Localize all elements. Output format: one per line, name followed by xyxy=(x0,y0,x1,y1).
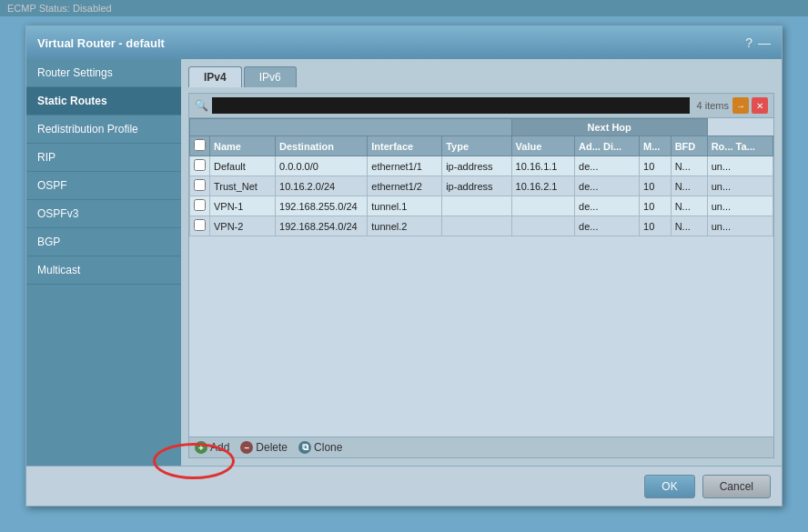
main-content: IPv4 IPv6 🔍 4 items → ✕ xyxy=(181,59,782,466)
cell-bfd: N... xyxy=(671,176,707,196)
clear-search-icon[interactable]: ✕ xyxy=(752,97,768,114)
cell-bfd: N... xyxy=(671,216,707,236)
add-icon: + xyxy=(195,441,207,454)
cell-admin-dist: de... xyxy=(575,216,640,236)
search-actions: → ✕ xyxy=(732,97,768,114)
ok-button[interactable]: OK xyxy=(644,475,694,498)
delete-button[interactable]: − Delete xyxy=(240,441,288,454)
search-bar: 🔍 4 items → ✕ xyxy=(189,94,773,118)
cell-admin-dist: de... xyxy=(575,176,640,196)
cell-interface: ethernet1/1 xyxy=(368,156,442,176)
sidebar-item-static-routes[interactable]: Static Routes xyxy=(26,87,181,115)
cell-bfd: N... xyxy=(671,196,707,216)
cell-value: 10.16.1.1 xyxy=(511,156,574,176)
select-all-checkbox[interactable] xyxy=(194,139,206,151)
dialog-titlebar: Virtual Router - default ? — xyxy=(26,26,782,59)
cell-interface: tunnel.2 xyxy=(368,216,442,236)
col-type: Type xyxy=(442,136,511,156)
cell-admin-dist: de... xyxy=(575,156,640,176)
sidebar-item-bgp[interactable]: BGP xyxy=(26,228,181,256)
table-row[interactable]: VPN-1 192.168.255.0/24 tunnel.1 de... 10… xyxy=(190,196,773,216)
row-checkbox[interactable] xyxy=(194,199,206,211)
delete-icon: − xyxy=(240,441,253,454)
cell-destination: 10.16.2.0/24 xyxy=(276,176,368,196)
bottom-toolbar: + Add − Delete ⧉ Clone xyxy=(189,437,773,457)
tab-ipv6[interactable]: IPv6 xyxy=(244,66,297,87)
cell-route-table: un... xyxy=(707,196,773,216)
next-hop-header: Next Hop xyxy=(511,119,707,136)
items-count: 4 items xyxy=(697,100,729,111)
cell-metric: 10 xyxy=(640,176,672,196)
cell-route-table: un... xyxy=(707,156,773,176)
cell-type xyxy=(442,196,511,216)
cancel-button[interactable]: Cancel xyxy=(702,475,771,498)
cell-destination: 0.0.0.0/0 xyxy=(276,156,368,176)
col-admin-dist: Ad... Di... xyxy=(575,136,640,156)
cell-name: Trust_Net xyxy=(210,176,276,196)
col-interface: Interface xyxy=(368,136,442,156)
add-button[interactable]: + Add xyxy=(195,441,229,454)
col-checkbox xyxy=(190,136,210,156)
col-metric: M... xyxy=(640,136,672,156)
virtual-router-dialog: Virtual Router - default ? — Router Sett… xyxy=(25,25,783,507)
minimize-icon[interactable]: — xyxy=(758,35,771,50)
sidebar-item-router-settings[interactable]: Router Settings xyxy=(26,59,181,87)
cell-bfd: N... xyxy=(671,156,707,176)
row-checkbox-cell[interactable] xyxy=(190,176,210,196)
cell-value xyxy=(511,216,574,236)
sidebar-item-rip[interactable]: RIP xyxy=(26,144,181,172)
cell-metric: 10 xyxy=(640,216,672,236)
sidebar-item-multicast[interactable]: Multicast xyxy=(26,256,181,285)
row-checkbox-cell[interactable] xyxy=(190,196,210,216)
sidebar: Router Settings Static Routes Redistribu… xyxy=(26,59,181,466)
cell-interface: ethernet1/2 xyxy=(368,176,442,196)
filter-icon[interactable]: → xyxy=(732,97,749,114)
cell-value: 10.16.2.1 xyxy=(511,176,574,196)
cell-type xyxy=(442,216,511,236)
row-checkbox[interactable] xyxy=(194,159,206,171)
clone-icon: ⧉ xyxy=(298,441,311,454)
search-icon: 🔍 xyxy=(195,99,208,112)
help-icon[interactable]: ? xyxy=(745,35,752,50)
col-value: Value xyxy=(511,136,574,156)
col-bfd: BFD xyxy=(671,136,707,156)
cell-name: VPN-1 xyxy=(210,196,276,216)
routes-table: Next Hop Name Destination Interface Type xyxy=(189,118,773,236)
col-route-table: Ro... Ta... xyxy=(707,136,773,156)
col-name: Name xyxy=(210,136,276,156)
clone-button[interactable]: ⧉ Clone xyxy=(298,441,342,454)
cell-destination: 192.168.255.0/24 xyxy=(276,196,368,216)
cell-type: ip-address xyxy=(442,176,511,196)
table-area: 🔍 4 items → ✕ Next Hop xyxy=(188,93,774,458)
cell-type: ip-address xyxy=(442,156,511,176)
cell-admin-dist: de... xyxy=(575,196,640,216)
table-container: Next Hop Name Destination Interface Type xyxy=(189,118,773,437)
tab-ipv4[interactable]: IPv4 xyxy=(188,66,242,87)
table-row[interactable]: VPN-2 192.168.254.0/24 tunnel.2 de... 10… xyxy=(190,216,773,236)
cell-name: VPN-2 xyxy=(210,216,276,236)
row-checkbox[interactable] xyxy=(194,179,206,191)
cell-destination: 192.168.254.0/24 xyxy=(276,216,368,236)
cell-route-table: un... xyxy=(707,176,773,196)
row-checkbox[interactable] xyxy=(194,219,206,231)
cell-metric: 10 xyxy=(640,196,672,216)
dialog-footer: OK Cancel xyxy=(26,466,782,506)
row-checkbox-cell[interactable] xyxy=(190,156,210,176)
dialog-body: Router Settings Static Routes Redistribu… xyxy=(26,59,782,466)
cell-name: Default xyxy=(210,156,276,176)
sidebar-item-redistribution-profile[interactable]: Redistribution Profile xyxy=(26,115,181,144)
dialog-title-icons: ? — xyxy=(745,35,771,50)
search-input[interactable] xyxy=(212,97,690,114)
sidebar-item-ospfv3[interactable]: OSPFv3 xyxy=(26,200,181,228)
table-row[interactable]: Default 0.0.0.0/0 ethernet1/1 ip-address… xyxy=(190,156,773,176)
status-text: ECMP Status: Disabled xyxy=(7,3,112,14)
cell-interface: tunnel.1 xyxy=(368,196,442,216)
cell-value xyxy=(511,196,574,216)
table-row[interactable]: Trust_Net 10.16.2.0/24 ethernet1/2 ip-ad… xyxy=(190,176,773,196)
dialog-title: Virtual Router - default xyxy=(37,36,165,50)
col-destination: Destination xyxy=(276,136,368,156)
cell-route-table: un... xyxy=(707,216,773,236)
row-checkbox-cell[interactable] xyxy=(190,216,210,236)
background-bar: ECMP Status: Disabled xyxy=(0,0,808,16)
sidebar-item-ospf[interactable]: OSPF xyxy=(26,172,181,200)
